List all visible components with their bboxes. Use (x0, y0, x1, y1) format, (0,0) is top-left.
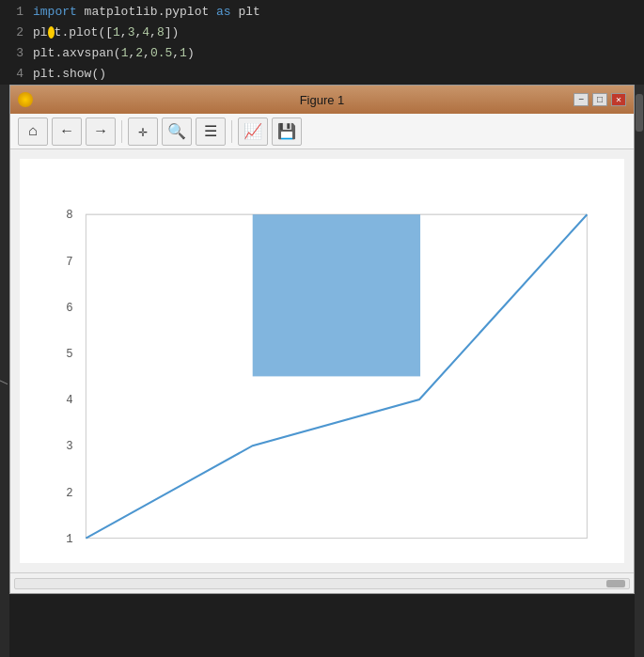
code-content-2: plt.plot([1,3,4,8]) (33, 23, 179, 43)
side-scrollbar[interactable] (635, 85, 644, 657)
code-line-2: 2 plt.plot([1,3,4,8]) (0, 23, 644, 43)
y-label-6: 6 (66, 302, 72, 315)
y-label-7: 7 (66, 256, 72, 269)
line-number-2: 2 (0, 23, 33, 43)
y-label-3: 3 (66, 440, 72, 453)
axvspan (253, 214, 420, 376)
chart-svg: 1 2 3 4 5 6 7 8 0.0 0.5 1.0 1.5 2.0 2.5 … (29, 168, 615, 554)
toolbar-separator-1 (121, 120, 122, 143)
config-button[interactable]: ☰ (196, 117, 226, 146)
y-label-5: 5 (66, 348, 72, 361)
zoom-button[interactable]: 🔍 (162, 117, 192, 146)
figure-window: Figure 1 − □ ✕ ⌂ ← → ✛ 🔍 ☰ 📈 💾 1 2 3 4 5… (9, 85, 635, 594)
y-label-2: 2 (66, 487, 72, 500)
title-bar: Figure 1 − □ ✕ (10, 86, 634, 114)
line-number-1: 1 (0, 2, 33, 23)
y-label-1: 1 (66, 533, 72, 546)
save-button[interactable]: 💾 (272, 117, 302, 146)
close-button[interactable]: ✕ (611, 93, 626, 106)
status-scrollbar[interactable] (14, 578, 630, 589)
code-content-3: plt.axvspan(1,2,0.5,1) (33, 43, 195, 64)
home-button[interactable]: ⌂ (18, 117, 48, 146)
y-label-8: 8 (66, 209, 72, 222)
chart-area: 1 2 3 4 5 6 7 8 0.0 0.5 1.0 1.5 2.0 2.5 … (20, 159, 624, 563)
left-label: / (0, 379, 9, 385)
code-line-3: 3 plt.axvspan(1,2,0.5,1) (0, 43, 644, 64)
figure-title: Figure 1 (300, 93, 345, 107)
side-scrollbar-thumb (636, 94, 643, 132)
line-number-4: 4 (0, 64, 33, 85)
figure-icon (18, 92, 33, 107)
y-label-4: 4 (66, 394, 72, 407)
left-decoration: / (0, 85, 9, 657)
code-content-4: plt.show() (33, 64, 106, 85)
pan-button[interactable]: ✛ (128, 117, 158, 146)
code-line-1: 1 import matplotlib.pyplot as plt (0, 2, 644, 23)
code-line-4: 4 plt.show() (0, 64, 644, 85)
window-controls: − □ ✕ (573, 93, 626, 106)
forward-button[interactable]: → (86, 117, 116, 146)
title-bar-left (18, 92, 33, 107)
scrollbar-thumb (606, 580, 625, 587)
minimize-button[interactable]: − (573, 93, 589, 106)
code-editor: 1 import matplotlib.pyplot as plt 2 plt.… (0, 0, 644, 85)
maximize-button[interactable]: □ (592, 93, 607, 106)
figure-toolbar: ⌂ ← → ✛ 🔍 ☰ 📈 💾 (10, 114, 634, 149)
back-button[interactable]: ← (52, 117, 82, 146)
status-bar (10, 572, 634, 593)
code-content-1: import matplotlib.pyplot as plt (33, 2, 260, 23)
toolbar-separator-2 (231, 120, 232, 143)
edit-button[interactable]: 📈 (238, 117, 268, 146)
line-number-3: 3 (0, 43, 33, 64)
